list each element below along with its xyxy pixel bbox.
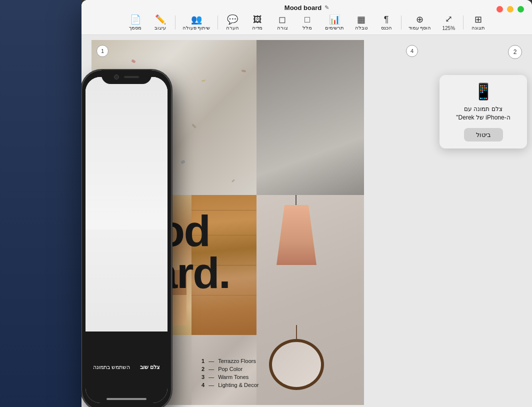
toolbar-item-מסמך[interactable]: 📄 מסמך — [123, 14, 148, 32]
add-page-label: הוסף עמוד — [408, 25, 432, 30]
legend-item-1: 1 — Terrazzo Floors — [202, 358, 258, 364]
window-controls — [496, 6, 524, 12]
legend-num-4: 4 — [202, 382, 204, 388]
הכנס-icon: ¶ — [384, 15, 389, 24]
legend-dash-3: — — [208, 374, 214, 380]
popup-text-line1: צלם תמונה עם — [464, 106, 502, 112]
concrete-section — [256, 40, 364, 195]
legend-text-1: Terrazzo Floors — [218, 358, 256, 364]
iphone-mockup: השתמש בתמונה צלם שוב — [82, 70, 179, 407]
title-bar: Mood board ✎ ⊞ תצוגה ⤢ 125% ⊕ הו — [82, 0, 532, 35]
תרשימים-label: תרשימים — [325, 25, 344, 30]
toolbar-item-שיתוף[interactable]: 👥 שיתוף פעולה — [178, 14, 216, 32]
iphone-notch — [102, 70, 152, 84]
zoom-icon: ⤢ — [445, 14, 452, 24]
מדיה-icon: 🖼 — [253, 15, 262, 24]
legend-text-2: Pop Color — [218, 366, 242, 372]
toolbar-item-מלל[interactable]: □ מלל — [295, 14, 320, 32]
iphone-image-area — [86, 77, 168, 332]
תרשימים-icon: 📊 — [329, 15, 340, 24]
separator — [463, 16, 464, 30]
legend-text-4: Lighting & Decor — [218, 382, 258, 388]
iphone-camera — [114, 74, 119, 80]
home-indicator — [106, 398, 146, 400]
slide-badge-2: 2 — [508, 45, 522, 59]
canvas-area: 2 4 — [82, 35, 532, 407]
שיתוף-label: שיתוף פעולה — [182, 25, 210, 30]
legend-dash-4: — — [208, 382, 214, 388]
iphone-use-photo-text[interactable]: השתמש בתמונה — [93, 364, 130, 370]
מדיה-label: מדיה — [252, 25, 262, 30]
popup-text: צלם תמונה עם ה-iPhone של Derek" — [446, 105, 521, 122]
lamp-mirror-image — [256, 195, 364, 405]
window-title: Mood board — [284, 4, 322, 12]
שיתוף-icon: 👥 — [191, 15, 202, 24]
toolbar-item-צורה[interactable]: ◻ צורה — [270, 14, 295, 32]
צורה-icon: ◻ — [278, 15, 286, 24]
zoom-label: 125% — [442, 26, 456, 31]
popup-phone-icon: 📱 — [446, 82, 521, 101]
הערה-icon: 💬 — [227, 15, 238, 24]
mirror-strap-top — [296, 325, 297, 339]
toolbar-item-תצוגה[interactable]: ⊞ תצוגה — [466, 14, 490, 32]
toolbar-item-add-page[interactable]: ⊕ הוסף עמוד — [404, 14, 436, 32]
iphone-screen: השתמש בתמונה צלם שוב — [86, 77, 168, 403]
צורה-label: צורה — [277, 25, 288, 30]
capture-popup: 📱 צלם תמונה עם ה-iPhone של Derek" ביטול — [440, 75, 527, 148]
legend-num-1: 1 — [202, 358, 204, 364]
toolbar: ⊞ תצוגה ⤢ 125% ⊕ הוסף עמוד ¶ הכנס ▦ טבלה — [119, 12, 495, 34]
separator-4 — [175, 16, 176, 30]
minimize-button[interactable] — [507, 6, 514, 12]
maximize-button[interactable] — [518, 6, 524, 12]
toolbar-item-עיצוב[interactable]: ✏️ עיצוב — [148, 14, 173, 32]
mirror — [266, 325, 326, 390]
מסמך-label: מסמך — [129, 25, 142, 30]
הכנס-label: הכנס — [381, 25, 392, 30]
toolbar-item-תרשימים[interactable]: 📊 תרשימים — [320, 14, 349, 32]
תצוגה-label: תצוגה — [472, 25, 485, 30]
legend-item-3: 3 — Warm Tones — [202, 374, 258, 380]
טבלה-label: טבלה — [355, 25, 368, 30]
legend: 1 — Terrazzo Floors 2 — Pop Color 3 — Wa… — [202, 358, 258, 390]
מלל-label: מלל — [302, 25, 312, 30]
עיצוב-icon: ✏️ — [155, 15, 166, 24]
application-window: Mood board ✎ ⊞ תצוגה ⤢ 125% ⊕ הו — [82, 0, 532, 407]
add-page-icon: ⊕ — [416, 15, 424, 24]
עיצוב-label: עיצוב — [154, 25, 166, 30]
הערה-label: הערה — [226, 25, 239, 30]
מלל-icon: □ — [304, 15, 310, 24]
iphone-bottom-bar: השתמש בתמונה צלם שוב — [86, 332, 168, 403]
mirror-circle — [269, 339, 324, 390]
iphone-frame: השתמש בתמונה צלם שוב — [82, 70, 172, 407]
מסמך-icon: 📄 — [130, 15, 141, 24]
slide-badge-4: 4 — [406, 45, 418, 57]
toolbar-item-הערה[interactable]: 💬 הערה — [220, 14, 245, 32]
legend-text-3: Warm Tones — [218, 374, 248, 380]
popup-cancel-button[interactable]: ביטול — [464, 128, 503, 142]
lamp-shade — [276, 205, 316, 265]
separator-2 — [401, 16, 402, 30]
legend-item-2: 2 — Pop Color — [202, 366, 258, 372]
legend-num-3: 3 — [202, 374, 204, 380]
legend-dash-1: — — [208, 358, 214, 364]
toolbar-item-הכנס[interactable]: ¶ הכנס — [374, 14, 399, 32]
legend-dash-2: — — [208, 366, 214, 372]
toolbar-item-טבלה[interactable]: ▦ טבלה — [349, 14, 374, 32]
slide-badge-1: 1 — [96, 45, 108, 57]
title-edit-icon[interactable]: ✎ — [324, 4, 329, 11]
popup-text-line2: ה-iPhone של Derek" — [456, 114, 510, 121]
close-button[interactable] — [496, 6, 503, 12]
legend-item-4: 4 — Lighting & Decor — [202, 382, 258, 388]
zoom-control[interactable]: ⤢ 125% — [436, 14, 461, 32]
טבלה-icon: ▦ — [357, 15, 366, 24]
תצוגה-icon: ⊞ — [474, 15, 482, 24]
concrete-image — [256, 40, 364, 195]
separator-3 — [218, 16, 218, 30]
iphone-retake-text[interactable]: צלם שוב — [140, 364, 160, 370]
toolbar-item-מדיה[interactable]: 🖼 מדיה — [245, 14, 270, 32]
iphone-speaker — [124, 76, 139, 78]
legend-num-2: 2 — [202, 366, 204, 372]
